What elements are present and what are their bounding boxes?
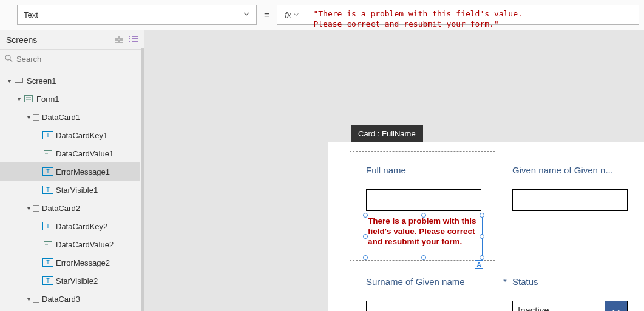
field-label-status: Status bbox=[512, 276, 628, 287]
card-icon bbox=[33, 296, 39, 303]
panel-resize-handle[interactable] bbox=[141, 48, 144, 311]
tree-item-screen1[interactable]: ▾Screen1 bbox=[0, 72, 140, 90]
property-name: Text bbox=[24, 10, 38, 19]
tree-item-starvisible2[interactable]: TStarVisible2 bbox=[0, 272, 140, 290]
equals-label: = bbox=[257, 0, 277, 30]
tree-view-icon[interactable] bbox=[129, 35, 138, 45]
search-icon bbox=[5, 55, 13, 64]
tree-item-datacardvalue2[interactable]: DataCardValue2 bbox=[0, 235, 140, 253]
tree-caret-icon[interactable]: ▾ bbox=[24, 114, 33, 121]
tree-caret-icon[interactable]: ▾ bbox=[24, 205, 33, 212]
tree-search bbox=[0, 50, 144, 69]
screen-icon bbox=[13, 76, 24, 85]
tree-item-label: StarVisible2 bbox=[56, 276, 98, 286]
chevron-down-icon bbox=[605, 301, 627, 311]
input-surname[interactable] bbox=[366, 301, 481, 311]
card-icon bbox=[33, 205, 39, 212]
chevron-down-icon bbox=[243, 10, 250, 19]
property-selector[interactable]: Text bbox=[17, 5, 257, 25]
formula-box: fx "There is a problem with this field's… bbox=[277, 5, 639, 25]
txt-icon: T bbox=[42, 222, 53, 230]
svg-line-11 bbox=[10, 59, 12, 62]
field-label-surname: Surname of Given name bbox=[366, 276, 487, 287]
fx-button[interactable]: fx bbox=[277, 5, 307, 24]
tree-item-form1[interactable]: ▾Form1 bbox=[0, 90, 140, 108]
tree-item-errormessage1[interactable]: TErrorMessage1 bbox=[0, 162, 140, 181]
form-icon bbox=[23, 95, 34, 103]
tree-item-datacardkey2[interactable]: TDataCardKey2 bbox=[0, 217, 140, 235]
resize-handle[interactable] bbox=[363, 255, 368, 260]
select-status[interactable]: Inactive bbox=[512, 301, 628, 311]
fx-label: fx bbox=[285, 10, 291, 19]
tree-caret-icon[interactable]: ▾ bbox=[5, 78, 13, 84]
svg-rect-0 bbox=[115, 36, 118, 39]
txt-icon: T bbox=[42, 167, 53, 176]
svg-rect-14 bbox=[25, 96, 33, 102]
search-input[interactable] bbox=[16, 55, 139, 64]
svg-rect-12 bbox=[15, 78, 23, 82]
accessibility-badge[interactable]: A bbox=[475, 260, 483, 269]
selected-control-errormessage[interactable]: There is a problem with this field's val… bbox=[365, 215, 483, 258]
input-givenname[interactable] bbox=[512, 189, 628, 211]
input-fullname[interactable] bbox=[366, 189, 481, 211]
tree-item-label: Screen1 bbox=[27, 76, 56, 85]
tree-list: ▾Screen1▾Form1▾DataCard1TDataCardKey1Dat… bbox=[0, 69, 144, 311]
tree-item-label: DataCardKey2 bbox=[56, 222, 107, 231]
tree-item-datacard3[interactable]: ▾DataCard3 bbox=[0, 290, 140, 308]
tree-item-datacardkey1[interactable]: TDataCardKey1 bbox=[0, 126, 140, 144]
tree-item-datacard2[interactable]: ▾DataCard2 bbox=[0, 199, 140, 217]
formula-bar: Text = fx "There is a problem with this … bbox=[0, 0, 644, 30]
txt-icon: T bbox=[42, 258, 53, 267]
tree-panel: Screens ▾Screen1▾Form1▾DataCard1TDataCar… bbox=[0, 30, 144, 311]
tree-item-label: DataCardKey1 bbox=[56, 131, 107, 140]
field-label-givenname: Given name of Given n... bbox=[512, 165, 634, 175]
tree-item-label: DataCard3 bbox=[42, 295, 80, 304]
tree-item-errormessage2[interactable]: TErrorMessage2 bbox=[0, 253, 140, 272]
canvas[interactable]: Card : FullName Full name Given name of … bbox=[144, 30, 644, 311]
tree-caret-icon[interactable]: ▾ bbox=[15, 96, 23, 102]
tree-caret-icon[interactable]: ▾ bbox=[24, 296, 33, 303]
tree-item-datacard1[interactable]: ▾DataCard1 bbox=[0, 108, 140, 126]
txt-icon: T bbox=[42, 131, 53, 139]
tree-item-label: ErrorMessage1 bbox=[56, 167, 110, 176]
svg-point-10 bbox=[5, 55, 10, 60]
resize-handle[interactable] bbox=[480, 234, 484, 239]
resize-handle[interactable] bbox=[421, 213, 426, 218]
tree-item-label: ErrorMessage2 bbox=[56, 258, 110, 267]
tree-item-label: StarVisible1 bbox=[56, 186, 98, 195]
svg-rect-1 bbox=[120, 36, 123, 39]
resize-handle[interactable] bbox=[363, 234, 368, 239]
tree-item-starvisible1[interactable]: TStarVisible1 bbox=[0, 181, 140, 199]
tree-header: Screens bbox=[0, 30, 144, 50]
chevron-down-icon bbox=[293, 12, 299, 19]
resize-handle[interactable] bbox=[480, 213, 484, 218]
val-icon bbox=[42, 240, 53, 249]
tree-item-label: DataCard2 bbox=[42, 204, 80, 213]
selection-badge: Card : FullName bbox=[351, 125, 423, 142]
val-icon bbox=[42, 149, 53, 158]
required-star: * bbox=[503, 276, 507, 287]
resize-handle[interactable] bbox=[363, 213, 368, 218]
field-label-fullname: Full name bbox=[366, 165, 481, 175]
resize-handle[interactable] bbox=[421, 255, 426, 260]
tree-item-label: Form1 bbox=[36, 95, 59, 104]
svg-rect-3 bbox=[120, 40, 123, 43]
formula-input[interactable]: "There is a problem with this field's va… bbox=[307, 5, 639, 24]
txt-icon: T bbox=[42, 186, 53, 194]
error-text: There is a problem with this field's val… bbox=[365, 215, 482, 249]
resize-handle[interactable] bbox=[480, 255, 484, 260]
txt-icon: T bbox=[42, 276, 53, 285]
tree-item-label: DataCard1 bbox=[42, 113, 80, 122]
status-value: Inactive bbox=[513, 301, 605, 311]
tree-item-datacardvalue1[interactable]: DataCardValue1 bbox=[0, 144, 140, 162]
tree-item-label: DataCardValue1 bbox=[56, 149, 114, 158]
card-icon bbox=[33, 114, 39, 121]
tree-title: Screens bbox=[6, 35, 37, 45]
svg-rect-2 bbox=[115, 40, 118, 43]
tree-item-label: DataCardValue2 bbox=[56, 240, 114, 249]
thumbnail-view-icon[interactable] bbox=[115, 35, 123, 45]
